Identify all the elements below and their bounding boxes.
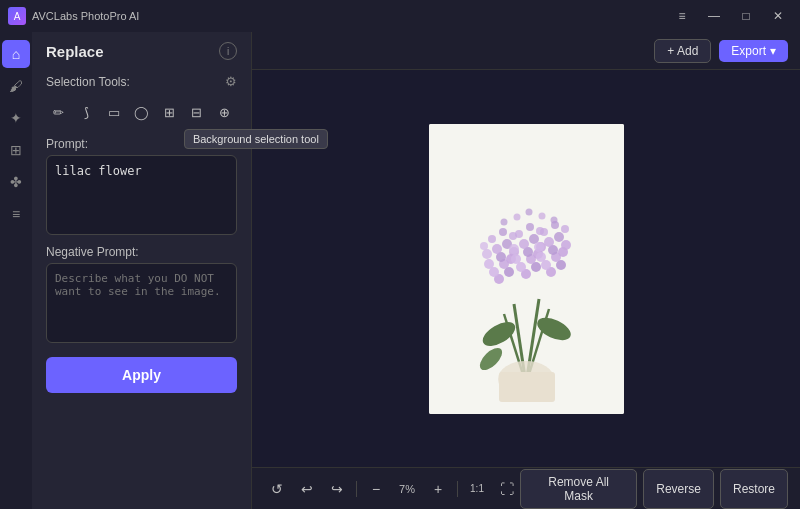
svg-point-49 bbox=[534, 242, 544, 252]
svg-point-20 bbox=[482, 249, 492, 259]
ellipse-tool-btn[interactable]: ◯ bbox=[129, 99, 155, 125]
titlebar-left: A AVCLabs PhotoPro AI bbox=[8, 7, 139, 25]
svg-point-55 bbox=[525, 208, 532, 215]
sidebar-item-sparkle[interactable]: ✦ bbox=[2, 104, 30, 132]
preview-image bbox=[429, 124, 624, 414]
svg-point-36 bbox=[515, 230, 523, 238]
svg-point-16 bbox=[484, 259, 494, 269]
svg-point-37 bbox=[526, 223, 534, 231]
svg-point-24 bbox=[480, 242, 488, 250]
lasso-tool-btn[interactable]: ⟆ bbox=[74, 99, 100, 125]
remove-all-mask-btn[interactable]: Remove All Mask bbox=[520, 469, 637, 509]
prompt-label: Prompt: bbox=[32, 133, 251, 155]
svg-point-50 bbox=[540, 228, 548, 236]
svg-point-56 bbox=[538, 212, 545, 219]
right-section: + Add Export ▾ bbox=[252, 32, 800, 509]
image-select-tool-btn[interactable]: ⊞ bbox=[156, 99, 182, 125]
svg-rect-9 bbox=[499, 372, 555, 402]
fit-btn[interactable]: 1:1 bbox=[464, 476, 490, 502]
info-icon[interactable]: i bbox=[219, 42, 237, 60]
svg-point-53 bbox=[500, 218, 507, 225]
zoom-separator-2 bbox=[457, 481, 458, 497]
svg-point-54 bbox=[513, 213, 520, 220]
restore-btn[interactable]: Restore bbox=[720, 469, 788, 509]
sidebar-item-paint[interactable]: 🖌 bbox=[2, 72, 30, 100]
fullscreen-btn[interactable]: ⛶ bbox=[494, 476, 520, 502]
top-header: + Add Export ▾ bbox=[252, 32, 800, 70]
svg-point-48 bbox=[561, 240, 571, 250]
sidebar-item-home[interactable]: ⌂ bbox=[2, 40, 30, 68]
rect-tool-btn[interactable]: ▭ bbox=[101, 99, 127, 125]
svg-point-52 bbox=[561, 225, 569, 233]
neg-prompt-label: Negative Prompt: bbox=[32, 235, 251, 263]
svg-point-35 bbox=[509, 244, 519, 254]
app-title: AVCLabs PhotoPro AI bbox=[32, 10, 139, 22]
titlebar-hamburger-btn[interactable]: ≡ bbox=[668, 6, 696, 26]
redo-btn[interactable]: ↪ bbox=[324, 476, 350, 502]
canvas-area bbox=[252, 70, 800, 467]
reverse-btn[interactable]: Reverse bbox=[643, 469, 714, 509]
titlebar-maximize-btn[interactable]: □ bbox=[732, 6, 760, 26]
tools-row: ✏ ⟆ ▭ ◯ ⊞ ⊟ Background selection tool ⊕ bbox=[32, 95, 251, 133]
titlebar: A AVCLabs PhotoPro AI ≡ — □ ✕ bbox=[0, 0, 800, 32]
svg-point-46 bbox=[544, 237, 554, 247]
sidebar-item-settings[interactable]: ≡ bbox=[2, 200, 30, 228]
action-buttons: Remove All Mask Reverse Restore bbox=[520, 469, 788, 509]
titlebar-minimize-btn[interactable]: — bbox=[700, 6, 728, 26]
zoom-controls: ↺ ↩ ↪ − 7% + 1:1 ⛶ bbox=[264, 476, 520, 502]
bottom-toolbar: ↺ ↩ ↪ − 7% + 1:1 ⛶ Remove All Mask Rever… bbox=[252, 467, 800, 509]
zoom-separator bbox=[356, 481, 357, 497]
sidebar-item-grid[interactable]: ⊞ bbox=[2, 136, 30, 164]
svg-point-45 bbox=[536, 252, 546, 262]
selection-tools-label: Selection Tools: ⚙ bbox=[32, 66, 251, 95]
undo-btn[interactable]: ↩ bbox=[294, 476, 320, 502]
svg-point-21 bbox=[488, 235, 496, 243]
sidebar-item-effects[interactable]: ✤ bbox=[2, 168, 30, 196]
pen-tool-btn[interactable]: ✏ bbox=[46, 99, 72, 125]
app-icon: A bbox=[8, 7, 26, 25]
panel-title: Replace bbox=[46, 43, 104, 60]
zoom-in-btn[interactable]: + bbox=[425, 476, 451, 502]
apply-button[interactable]: Apply bbox=[46, 357, 237, 393]
left-panel: Replace i Selection Tools: ⚙ ✏ ⟆ ▭ ◯ ⊞ ⊟… bbox=[32, 32, 252, 509]
main-layout: ⌂ 🖌 ✦ ⊞ ✤ ≡ Replace i Selection Tools: ⚙… bbox=[0, 32, 800, 509]
svg-point-22 bbox=[499, 228, 507, 236]
bg-select-tool-btn[interactable]: ⊟ Background selection tool bbox=[184, 99, 210, 125]
add-button[interactable]: + Add bbox=[654, 39, 711, 63]
magic-tool-btn[interactable]: ⊕ bbox=[211, 99, 237, 125]
svg-point-47 bbox=[554, 232, 564, 242]
flower-illustration bbox=[429, 124, 624, 414]
zoom-out-btn[interactable]: − bbox=[363, 476, 389, 502]
icon-sidebar: ⌂ 🖌 ✦ ⊞ ✤ ≡ bbox=[0, 32, 32, 509]
export-button[interactable]: Export ▾ bbox=[719, 40, 788, 62]
neg-prompt-textarea[interactable] bbox=[46, 263, 237, 343]
titlebar-close-btn[interactable]: ✕ bbox=[764, 6, 792, 26]
image-container bbox=[429, 124, 624, 414]
panel-header: Replace i bbox=[32, 32, 251, 66]
svg-point-32 bbox=[519, 239, 529, 249]
titlebar-controls: ≡ — □ ✕ bbox=[668, 6, 792, 26]
prompt-textarea[interactable]: lilac flower bbox=[46, 155, 237, 235]
zoom-level: 7% bbox=[393, 483, 421, 495]
svg-point-17 bbox=[492, 244, 502, 254]
gear-icon[interactable]: ⚙ bbox=[225, 74, 237, 89]
svg-point-57 bbox=[550, 216, 557, 223]
refresh-btn[interactable]: ↺ bbox=[264, 476, 290, 502]
svg-point-31 bbox=[511, 254, 521, 264]
